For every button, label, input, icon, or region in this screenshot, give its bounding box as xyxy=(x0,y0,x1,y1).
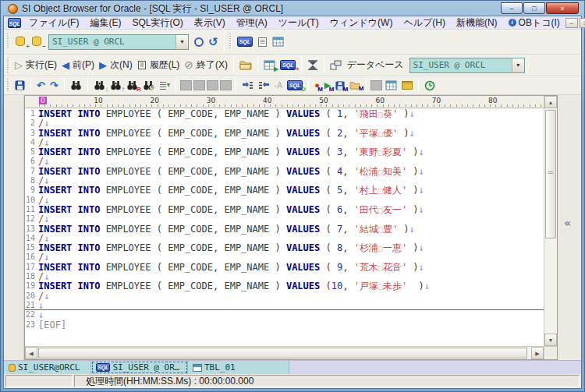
open-file-button[interactable] xyxy=(237,58,254,72)
vertical-scrollbar[interactable]: ▲ ▼ xyxy=(544,96,557,346)
search-history-button[interactable] xyxy=(140,79,157,92)
open-script-window-button[interactable] xyxy=(255,35,270,49)
menu-item-help[interactable]: ヘルプ(H) xyxy=(398,16,451,30)
horizontal-scrollbar[interactable]: ◀ ▶ xyxy=(25,346,544,359)
script-window-icon xyxy=(257,37,268,48)
code-line-9[interactable]: 9INSERT INTO EMPLOYEE ( EMP_CODE, EMP_NA… xyxy=(25,185,544,195)
code-line-3[interactable]: 3INSERT INTO EMPLOYEE ( EMP_CODE, EMP_NA… xyxy=(25,129,544,138)
open-grid-window-button[interactable] xyxy=(270,35,286,48)
fetch-rows-button[interactable] xyxy=(305,58,321,72)
horizontal-scroll-thumb[interactable] xyxy=(38,348,527,358)
find-next-button[interactable]: ↓ xyxy=(91,79,108,92)
macro-record-button[interactable]: ● M xyxy=(312,79,322,92)
editor-window: 0102030405060708090 1INSERT INTO EMPLOYE… xyxy=(24,95,558,360)
code-line-11[interactable]: 11INSERT INTO EMPLOYEE ( EMP_CODE, EMP_N… xyxy=(25,205,544,214)
maximize-button[interactable]: □ xyxy=(523,2,545,14)
mdi-restore-button[interactable]: □ xyxy=(580,18,585,28)
chevron-down-icon[interactable]: ▼ xyxy=(176,35,188,49)
commit-button[interactable] xyxy=(192,36,206,48)
code-line-13[interactable]: 13INSERT INTO EMPLOYEE ( EMP_CODE, EMP_N… xyxy=(25,224,544,234)
chevron-down-icon[interactable]: ▼ xyxy=(512,58,524,72)
code-line-5[interactable]: 5INSERT INTO EMPLOYEE ( EMP_CODE, EMP_NA… xyxy=(25,147,544,157)
indent-button[interactable] xyxy=(239,79,256,92)
outdent-button[interactable] xyxy=(256,79,272,92)
window-arrange-button[interactable] xyxy=(328,58,344,72)
menu-item-edit[interactable]: 編集(E) xyxy=(84,16,126,30)
menu-item-file[interactable]: ファイル(F) xyxy=(23,16,84,30)
toolbar-grip[interactable] xyxy=(7,58,9,72)
line-number: 8 xyxy=(25,176,38,185)
tab-tbl_01[interactable]: TBL_01 xyxy=(188,361,289,374)
sql-editor[interactable]: 1INSERT INTO EMPLOYEE ( EMP_CODE, EMP_NA… xyxy=(25,108,544,346)
execute-to-grid-button[interactable]: ▶ xyxy=(261,58,278,72)
save-button[interactable] xyxy=(12,79,27,92)
scroll-up-icon[interactable]: ▲ xyxy=(544,96,557,108)
code-line-19[interactable]: 19INSERT INTO EMPLOYEE ( EMP_CODE, EMP_N… xyxy=(25,281,544,291)
code-line-23[interactable]: 23[EOF] xyxy=(25,320,544,330)
menu-item-sql-exec[interactable]: SQL実行(O) xyxy=(126,16,188,30)
vertical-scroll-track[interactable] xyxy=(544,108,557,334)
vertical-scroll-thumb[interactable] xyxy=(545,110,556,238)
session-combobox[interactable]: SI_USER @ ORCL ▼ xyxy=(48,34,189,50)
menu-item-admin[interactable]: 管理(A) xyxy=(231,16,273,30)
toolbar-grip[interactable] xyxy=(229,34,232,51)
menu-item-obtoko[interactable]: iOBトコ(I) xyxy=(503,16,566,30)
toolbar-grip[interactable] xyxy=(7,79,9,91)
tab-si_user-orcl[interactable]: SI_USER@ORCL xyxy=(4,361,91,374)
history-button[interactable]: 履歴(L) xyxy=(135,57,183,73)
menu-item-tools[interactable]: ツール(T) xyxy=(273,16,324,30)
toolbar-separator xyxy=(324,57,324,73)
code-line-20[interactable]: 20/↓ xyxy=(25,291,544,301)
run-button[interactable]: ▷ 実行(E) xyxy=(12,57,59,73)
code-line-7[interactable]: 7INSERT INTO EMPLOYEE ( EMP_CODE, EMP_NA… xyxy=(25,167,544,176)
macro-open-button[interactable]: M xyxy=(347,79,363,91)
code-line-15[interactable]: 15INSERT INTO EMPLOYEE ( EMP_CODE, EMP_N… xyxy=(25,243,544,253)
sql-format-button[interactable]: SQL ↻ xyxy=(285,79,305,92)
replace-button[interactable]: R xyxy=(124,79,140,92)
disconnect-button[interactable]: − xyxy=(29,34,45,49)
connect-button[interactable]: + xyxy=(12,34,29,49)
rollback-button[interactable]: ↺ xyxy=(206,35,221,48)
elapsed-time-button[interactable] xyxy=(422,79,438,93)
menu-item-whats-new[interactable]: 新機能(N) xyxy=(451,16,503,30)
new-sql-button[interactable]: SQL + xyxy=(278,58,298,72)
result-grid-button[interactable] xyxy=(383,79,399,92)
menu-item-window[interactable]: ウィンドウ(W) xyxy=(324,16,399,30)
collapsed-panel-strip: « xyxy=(558,95,581,360)
goto-line-button[interactable] xyxy=(157,79,172,92)
code-line-21[interactable]: 21↓ xyxy=(25,301,544,310)
scroll-left-icon[interactable]: ◀ xyxy=(25,347,37,359)
horizontal-scroll-track[interactable] xyxy=(37,347,531,359)
tab-si_user-or-[interactable]: SQLSI_USER @ OR… xyxy=(91,361,188,374)
table-tab-icon xyxy=(193,364,202,372)
next-button[interactable]: ▶ 次(N) xyxy=(97,57,135,73)
find-prev-button[interactable]: ↑ xyxy=(108,79,124,92)
database-combobox[interactable]: SI_USER @ ORCL ▼ xyxy=(410,58,525,73)
info-icon: i xyxy=(509,19,516,26)
next-icon: ▶ xyxy=(99,60,107,70)
menu-item-view[interactable]: 表示(V) xyxy=(189,16,231,30)
find-button[interactable] xyxy=(68,79,84,92)
refresh-overlay-icon: ↻ xyxy=(301,87,307,93)
redo-button[interactable]: ↷ xyxy=(48,79,61,92)
sql-app-menu-icon[interactable]: SQL xyxy=(8,18,21,28)
code-line-17[interactable]: 17INSERT INTO EMPLOYEE ( EMP_CODE, EMP_N… xyxy=(25,263,544,272)
macro-save-button[interactable]: M xyxy=(333,79,347,92)
toolbar-grip[interactable] xyxy=(7,34,9,51)
macro-play-button[interactable]: ▶ M xyxy=(322,79,333,92)
line-number: 22 xyxy=(25,310,38,320)
code-line-22[interactable]: 22↓ xyxy=(25,310,544,320)
close-button[interactable]: × xyxy=(546,2,579,14)
bookmark-button-1 xyxy=(180,80,192,90)
stop-button[interactable]: ⊘ 終了(X) xyxy=(182,57,230,73)
scroll-down-icon[interactable]: ▼ xyxy=(544,334,557,346)
open-sql-window-button[interactable]: SQL xyxy=(235,35,255,48)
scroll-right-icon[interactable]: ▶ xyxy=(531,347,544,359)
minimize-button[interactable]: – xyxy=(501,2,523,14)
undo-button[interactable]: ↶ xyxy=(34,79,48,92)
object-set-button[interactable] xyxy=(399,79,415,91)
expand-panel-button[interactable]: « xyxy=(564,217,571,229)
prev-button[interactable]: ◀ 前(P) xyxy=(59,57,97,73)
mdi-minimize-button[interactable]: – xyxy=(566,18,578,28)
code-line-1[interactable]: 1INSERT INTO EMPLOYEE ( EMP_CODE, EMP_NA… xyxy=(25,109,544,118)
